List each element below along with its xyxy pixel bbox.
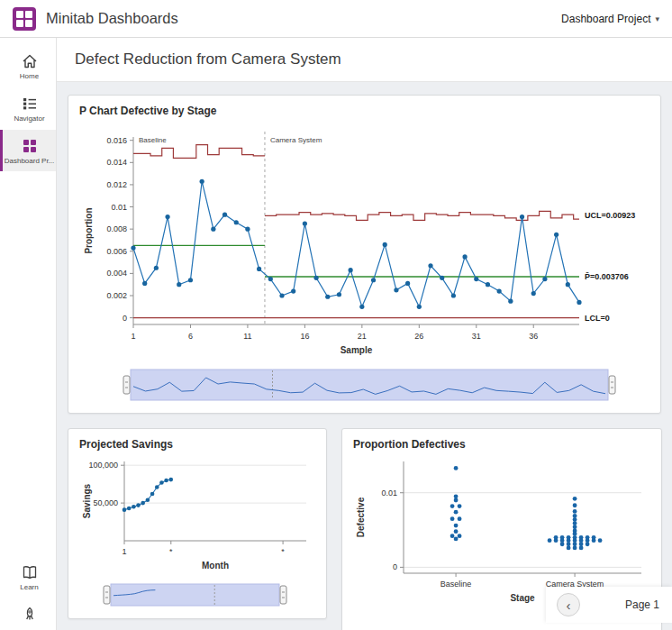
book-icon (21, 563, 39, 581)
project-selector[interactable]: Dashboard Project ▾ (561, 13, 659, 25)
svg-text:0.004: 0.004 (106, 269, 127, 278)
svg-text:1: 1 (131, 332, 135, 341)
page-title: Defect Reduction from Camera System (75, 50, 341, 68)
svg-text:0: 0 (123, 314, 127, 323)
svg-text:0.014: 0.014 (106, 158, 127, 167)
logo-tile (25, 20, 32, 27)
sidebar-item-label: Dashboard Pr... (5, 158, 55, 166)
savings-chart-area: 50,000100,0001**MonthSavings (79, 454, 315, 573)
savings-range-slider[interactable] (103, 582, 287, 607)
svg-text:16: 16 (300, 332, 309, 341)
svg-text:50,000: 50,000 (93, 498, 118, 507)
svg-text:100,000: 100,000 (88, 461, 118, 470)
svg-text:Stage: Stage (510, 593, 535, 603)
svg-text:31: 31 (472, 332, 481, 341)
p-chart-area: 00.0020.0040.0060.0080.010.0120.0140.016… (79, 121, 649, 364)
page-label: Page 1 (625, 598, 659, 611)
dashboard-content: P Chart Defective by Stage 00.0020.0040.… (57, 82, 672, 630)
dotplot-card-title: Proportion Defectives (353, 438, 650, 451)
svg-text:Camera System: Camera System (270, 136, 322, 144)
p-chart-range-slider[interactable] (123, 368, 616, 402)
svg-text:Month: Month (202, 561, 229, 571)
svg-text:0.002: 0.002 (106, 291, 127, 300)
logo-tile (25, 11, 32, 18)
svg-text:0.012: 0.012 (106, 180, 127, 189)
project-selector-label: Dashboard Project (561, 13, 650, 25)
svg-text:6: 6 (188, 332, 193, 341)
svg-text:0: 0 (393, 562, 397, 571)
svg-text:0.008: 0.008 (106, 224, 127, 233)
card-projected-savings: Projected Savings 50,000100,0001**MonthS… (68, 428, 327, 619)
sidebar-item-whats-new[interactable] (0, 598, 56, 630)
rocket-icon (21, 606, 39, 624)
sidebar-item-label: Navigator (14, 115, 44, 123)
p-chart: 00.0020.0040.0060.0080.010.0120.0140.016… (79, 121, 651, 364)
navigator-icon (21, 95, 39, 113)
home-icon (21, 52, 39, 70)
app-logo[interactable] (13, 7, 36, 31)
sidebar-item-label: Home (20, 73, 39, 81)
p-chart-card-title: P Chart Defective by Stage (79, 105, 649, 117)
svg-text:21: 21 (358, 332, 367, 341)
svg-text:0.016: 0.016 (106, 136, 127, 145)
page-prev-button[interactable]: ‹ (557, 593, 580, 616)
logo-tile (16, 20, 23, 27)
sidebar-item-home[interactable]: Home (0, 45, 56, 87)
dashboard-icon (21, 137, 39, 155)
svg-text:Baseline: Baseline (440, 580, 472, 589)
svg-text:0.006: 0.006 (106, 247, 127, 256)
svg-text:Sample: Sample (341, 345, 373, 355)
svg-text:Savings: Savings (82, 483, 92, 518)
top-bar: Minitab Dashboards Dashboard Project ▾ (0, 0, 672, 38)
svg-text:11: 11 (243, 332, 251, 341)
svg-text:*: * (169, 547, 173, 556)
svg-text:1: 1 (122, 547, 126, 556)
savings-chart: 50,000100,0001**MonthSavings (79, 454, 313, 573)
svg-text:LCL=0: LCL=0 (585, 314, 610, 323)
sidebar-item-learn[interactable]: Learn (0, 556, 56, 598)
caret-down-icon: ▾ (655, 14, 659, 23)
svg-text:Defective: Defective (356, 497, 366, 537)
svg-text:26: 26 (414, 332, 423, 341)
page-header: Defect Reduction from Camera System (57, 38, 672, 82)
app-title: Minitab Dashboards (46, 10, 178, 27)
svg-text:UCL=0.00923: UCL=0.00923 (585, 211, 635, 220)
main-area: Defect Reduction from Camera System P Ch… (57, 38, 672, 630)
svg-text:36: 36 (529, 332, 538, 341)
sidebar-spacer (0, 171, 56, 556)
logo-tile (16, 11, 23, 18)
svg-text:P̄=0.003706: P̄=0.003706 (585, 272, 629, 281)
svg-text:*: * (281, 547, 285, 556)
svg-text:Baseline: Baseline (139, 136, 167, 144)
pagination-bar: ‹ Page 1 (546, 587, 672, 623)
sidebar-item-dashboard-project[interactable]: Dashboard Pr... (0, 130, 56, 172)
svg-text:0.01: 0.01 (381, 488, 397, 498)
card-p-chart: P Chart Defective by Stage 00.0020.0040.… (68, 95, 661, 414)
svg-text:0.01: 0.01 (111, 203, 127, 212)
sidebar: Home Navigator Dashboard Pr... Learn (0, 38, 57, 630)
sidebar-item-label: Learn (20, 584, 38, 592)
svg-text:Proportion: Proportion (84, 207, 94, 253)
savings-card-title: Projected Savings (79, 438, 315, 451)
sidebar-item-navigator[interactable]: Navigator (0, 87, 56, 130)
